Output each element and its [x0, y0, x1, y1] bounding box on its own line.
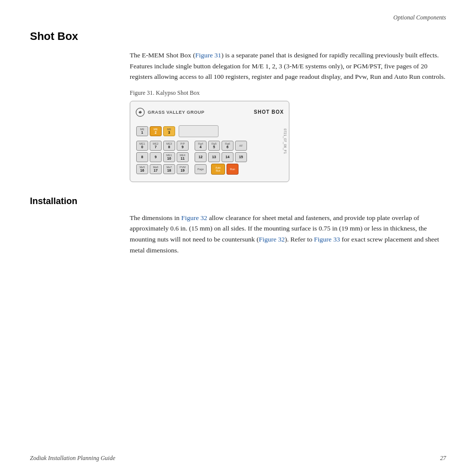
- btn-19[interactable]: PVM 19: [177, 164, 189, 174]
- rg5-button[interactable]: Rg5 5: [208, 141, 220, 151]
- btn-17[interactable]: Me6 17: [150, 164, 162, 174]
- gvg-logo-icon: [135, 107, 145, 117]
- me3-8-button[interactable]: ME3 8: [163, 141, 175, 151]
- figure-side-label: 0721_07_06_F1: [283, 129, 287, 154]
- shotbox-section: Shot Box The E-MEM Shot Box (Figure 31) …: [30, 30, 446, 182]
- auto-run-button[interactable]: AutoRun: [211, 164, 225, 175]
- rg6-button[interactable]: Rg6 6: [222, 141, 234, 151]
- shot-box-title-label: SHOT BOX: [254, 109, 284, 115]
- button-row-4: Me5 16 Me6 17 Me7 18 PVM 19: [136, 164, 283, 175]
- body-text-1: The E-MEM Shot Box (: [130, 51, 195, 59]
- install-text-1: The dimensions in: [130, 214, 181, 222]
- figure32-link-1[interactable]: Figure 32: [181, 214, 207, 222]
- btn-9[interactable]: 9: [150, 152, 162, 162]
- figure31-link[interactable]: Figure 31: [195, 51, 221, 59]
- header-label: Optional Components: [393, 14, 446, 21]
- installation-title: Installation: [30, 196, 446, 207]
- shot-box-logo: GRASS VALLEY GROUP: [135, 107, 205, 117]
- figure-caption-text: Figure 31. Kalypso Shot Box: [130, 89, 200, 96]
- btn-14[interactable]: 14: [222, 152, 234, 162]
- page-content: Shot Box The E-MEM Shot Box (Figure 31) …: [30, 30, 446, 446]
- me2-7-button[interactable]: ME2 7: [150, 141, 162, 151]
- shot-box-figure: GRASS VALLEY GROUP SHOT BOX ME 1 ME 2: [130, 101, 289, 182]
- btn-18[interactable]: Me7 18: [163, 164, 175, 174]
- figure33-link[interactable]: Figure 33: [314, 236, 340, 243]
- me3-button[interactable]: ME 3: [163, 126, 175, 136]
- rg4-button[interactable]: Rg4 4: [195, 141, 207, 151]
- me1-0-button[interactable]: ME1 0: [136, 141, 148, 151]
- footer-right: 27: [440, 455, 446, 462]
- pp-9-button[interactable]: P/P 9: [177, 141, 189, 151]
- button-row-3: 8 9 ME1 10 ME4 11 12: [136, 152, 283, 162]
- display-screen: [179, 125, 219, 137]
- shot-box-header: GRASS VALLEY GROUP SHOT BOX: [135, 107, 284, 119]
- btn-15[interactable]: 15: [235, 152, 247, 162]
- shotbox-title: Shot Box: [30, 30, 446, 43]
- btn-10[interactable]: ME1 10: [163, 152, 175, 162]
- btn-13[interactable]: 13: [208, 152, 220, 162]
- figure-caption: Figure 31. Kalypso Shot Box: [130, 89, 446, 97]
- page-button[interactable]: Page: [195, 164, 207, 174]
- button-row-2: ME1 0 ME2 7 ME3 8 P/P 9: [136, 141, 283, 151]
- shotbox-body: The E-MEM Shot Box (Figure 31) is a sepa…: [130, 50, 446, 82]
- btn-12[interactable]: 12: [195, 152, 207, 162]
- me2-button[interactable]: ME 2: [150, 126, 162, 136]
- button-row-1: ME 1 ME 2 ME 3: [136, 125, 283, 137]
- page-footer: Zodiak Installation Planning Guide 27: [0, 455, 476, 462]
- me1-button[interactable]: ME 1: [136, 126, 148, 136]
- logo-text: GRASS VALLEY GROUP: [148, 110, 205, 115]
- btn-16[interactable]: Me5 16: [136, 164, 148, 174]
- installation-body: The dimensions in Figure 32 allow cleara…: [130, 213, 446, 255]
- btn-11[interactable]: ME4 11: [177, 152, 189, 162]
- figure32-link-2[interactable]: Figure 32: [259, 236, 285, 243]
- install-text-3: ). Refer to: [285, 236, 314, 243]
- page-header: Optional Components: [393, 14, 446, 21]
- footer-left: Zodiak Installation Planning Guide: [30, 455, 115, 462]
- run-button[interactable]: Run: [227, 164, 238, 175]
- af-button[interactable]: AF: [235, 141, 247, 151]
- btn-8[interactable]: 8: [136, 152, 148, 162]
- button-area: ME 1 ME 2 ME 3: [135, 123, 284, 177]
- installation-section: Installation The dimensions in Figure 32…: [30, 196, 446, 255]
